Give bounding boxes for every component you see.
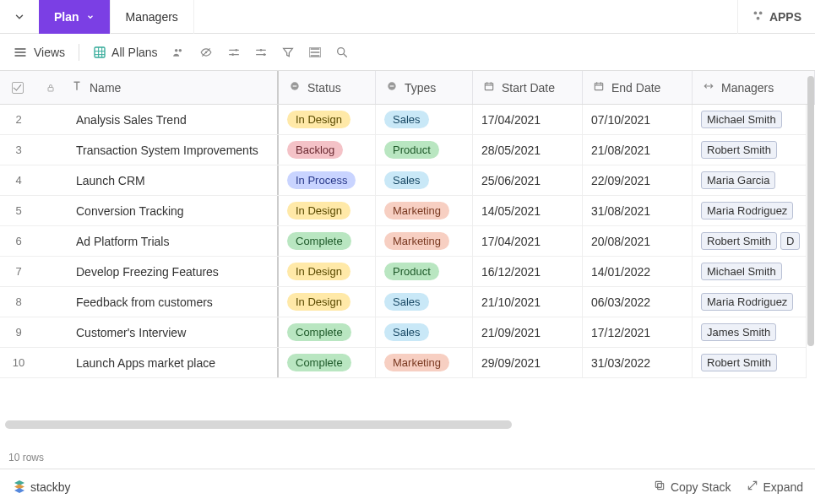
cell-name[interactable]: Ad Platform Trials (68, 235, 277, 248)
cell-startdate[interactable]: 17/04/2021 (473, 226, 583, 256)
tab-plan[interactable]: Plan (39, 0, 111, 34)
cell-status[interactable]: Complete (279, 317, 376, 347)
horizontal-scrollbar[interactable] (5, 420, 512, 429)
cell-type[interactable]: Sales (376, 317, 473, 347)
cell-managers[interactable]: Maria Garcia (693, 165, 807, 195)
header-startdate[interactable]: Start Date (473, 71, 583, 104)
header-managers[interactable]: Managers (693, 71, 815, 104)
manager-tag[interactable]: D (780, 232, 800, 250)
table-row[interactable]: 3Transaction System ImprovementsBacklogP… (0, 135, 807, 165)
cell-status[interactable]: In Design (279, 257, 376, 286)
cell-status[interactable]: In Process (279, 165, 376, 195)
apps-button[interactable]: APPS (737, 0, 815, 34)
sliders-icon[interactable] (227, 46, 241, 59)
allplans-view[interactable]: All Plans (93, 46, 157, 59)
cell-type[interactable]: Product (376, 135, 473, 165)
cell-startdate[interactable]: 21/10/2021 (473, 287, 583, 317)
manager-tag[interactable]: Maria Rodriguez (701, 293, 793, 311)
cell-name[interactable]: Conversion Tracking (68, 204, 277, 218)
cell-type[interactable]: Marketing (376, 348, 473, 377)
cell-managers[interactable]: Michael Smith (693, 257, 807, 286)
table-row[interactable]: 4Launch CRMIn ProcessSales25/06/202122/0… (0, 165, 807, 196)
cell-name[interactable]: Customer's Interview (68, 326, 277, 339)
rowheight-icon[interactable] (308, 46, 322, 59)
cell-type[interactable]: Sales (376, 287, 473, 317)
cell-enddate[interactable]: 17/12/2021 (583, 317, 693, 347)
cell-startdate[interactable]: 14/05/2021 (473, 196, 583, 225)
cell-startdate[interactable]: 17/04/2021 (473, 105, 583, 134)
table-row[interactable]: 7Develop Freezing FeaturesIn DesignProdu… (0, 257, 807, 287)
cell-status[interactable]: In Design (279, 105, 376, 134)
cell-enddate[interactable]: 22/09/2021 (583, 165, 693, 195)
manager-tag[interactable]: Michael Smith (701, 263, 782, 280)
cell-name[interactable]: Launch CRM (68, 174, 277, 187)
cell-status[interactable]: Complete (279, 348, 376, 377)
cell-enddate[interactable]: 07/10/2021 (583, 105, 693, 134)
svg-rect-14 (48, 87, 53, 91)
manager-tag[interactable]: Robert Smith (701, 232, 777, 250)
header-types[interactable]: Types (376, 71, 473, 104)
sliders2-icon[interactable] (254, 46, 268, 59)
table-row[interactable]: 5Conversion TrackingIn DesignMarketing14… (0, 196, 807, 226)
cell-managers[interactable]: Robert SmithD (693, 226, 807, 256)
views-button[interactable]: Views (14, 46, 65, 59)
cell-enddate[interactable]: 21/08/2021 (583, 135, 693, 165)
cell-enddate[interactable]: 31/08/2021 (583, 196, 693, 225)
cell-status[interactable]: Backlog (279, 135, 376, 165)
cell-status[interactable]: In Design (279, 196, 376, 225)
header-name[interactable]: Name (90, 81, 121, 95)
filter-icon[interactable] (281, 46, 295, 59)
cell-type[interactable]: Sales (376, 165, 473, 195)
cell-name[interactable]: Analysis Sales Trend (68, 113, 277, 127)
cell-managers[interactable]: Robert Smith (693, 135, 807, 165)
cell-managers[interactable]: James Smith (693, 317, 807, 347)
cell-startdate[interactable]: 25/06/2021 (473, 165, 583, 195)
manager-tag[interactable]: Maria Rodriguez (701, 202, 793, 219)
cell-enddate[interactable]: 31/03/2022 (583, 348, 693, 377)
search-icon[interactable] (335, 46, 349, 59)
table-row[interactable]: 2Analysis Sales TrendIn DesignSales17/04… (0, 105, 807, 135)
cell-startdate[interactable]: 29/09/2021 (473, 348, 583, 377)
cell-name[interactable]: Transaction System Improvements (68, 144, 277, 157)
eye-off-icon[interactable] (198, 46, 214, 58)
cell-enddate[interactable]: 06/03/2022 (583, 287, 693, 317)
cell-enddate[interactable]: 20/08/2021 (583, 226, 693, 256)
cell-enddate[interactable]: 14/01/2022 (583, 257, 693, 286)
cell-type[interactable]: Marketing (376, 196, 473, 225)
cell-startdate[interactable]: 28/05/2021 (473, 135, 583, 165)
manager-tag[interactable]: Robert Smith (701, 141, 777, 159)
cell-managers[interactable]: Robert Smith (693, 348, 807, 377)
vertical-scrollbar[interactable] (807, 76, 814, 346)
cell-name[interactable]: Launch Apps market place (68, 356, 277, 370)
cell-type[interactable]: Sales (376, 105, 473, 134)
cell-managers[interactable]: Michael Smith (693, 105, 807, 134)
table-row[interactable]: 9Customer's InterviewCompleteSales21/09/… (0, 317, 807, 348)
cell-managers[interactable]: Maria Rodriguez (693, 196, 807, 225)
cell-name[interactable]: Feedback from customers (68, 295, 277, 309)
manager-tag[interactable]: Robert Smith (701, 354, 777, 371)
expand-button[interactable]: Expand (747, 480, 803, 494)
header-status[interactable]: Status (279, 71, 376, 104)
cell-managers[interactable]: Maria Rodriguez (693, 287, 807, 317)
copy-stack-button[interactable]: Copy Stack (654, 480, 731, 494)
header-enddate[interactable]: End Date (583, 71, 693, 104)
cell-type[interactable]: Marketing (376, 226, 473, 256)
table-row[interactable]: 6Ad Platform TrialsCompleteMarketing17/0… (0, 226, 807, 257)
collapse-chevron[interactable] (0, 11, 39, 23)
manager-tag[interactable]: James Smith (701, 323, 776, 341)
text-icon (71, 80, 83, 95)
cell-type[interactable]: Product (376, 257, 473, 286)
manager-tag[interactable]: Michael Smith (701, 111, 782, 128)
people-icon[interactable] (171, 46, 185, 58)
tab-managers[interactable]: Managers (111, 0, 194, 34)
selectall-checkbox[interactable] (0, 82, 36, 94)
cell-status[interactable]: In Design (279, 287, 376, 317)
cell-status[interactable]: Complete (279, 226, 376, 256)
cell-startdate[interactable]: 16/12/2021 (473, 257, 583, 286)
table-row[interactable]: 8Feedback from customersIn DesignSales21… (0, 287, 807, 317)
table-row[interactable]: 10Launch Apps market placeCompleteMarket… (0, 348, 807, 378)
manager-tag[interactable]: Maria Garcia (701, 171, 775, 189)
cell-startdate[interactable]: 21/09/2021 (473, 317, 583, 347)
brand-logo[interactable]: stackby (12, 478, 70, 496)
cell-name[interactable]: Develop Freezing Features (68, 265, 277, 279)
